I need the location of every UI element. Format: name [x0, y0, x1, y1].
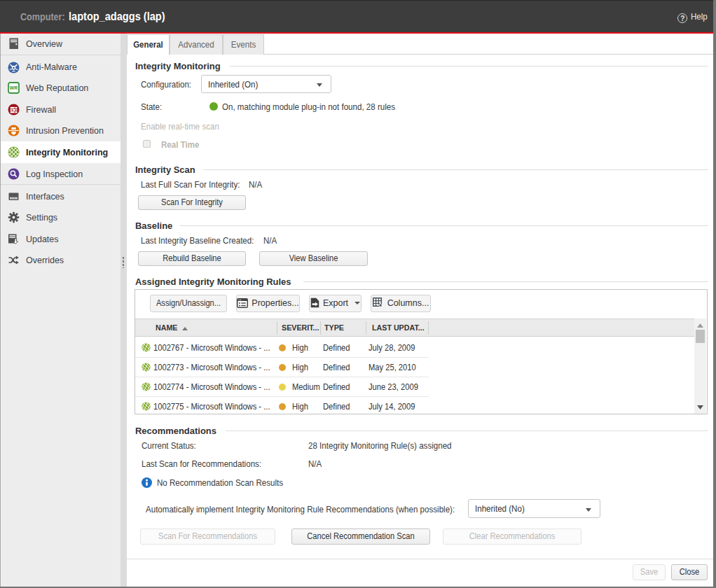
- svg-text:WR: WR: [10, 85, 18, 90]
